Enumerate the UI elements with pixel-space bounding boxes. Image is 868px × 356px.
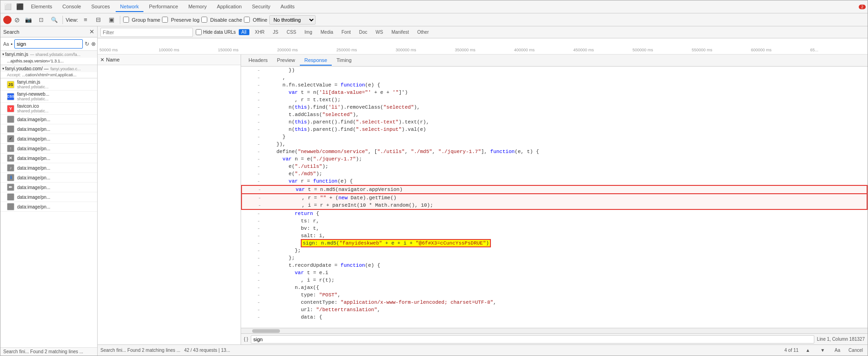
code-line-19: - , i = r + parseInt(10 * Math.random(),… bbox=[241, 202, 868, 210]
tab-console[interactable]: Console bbox=[58, 2, 86, 12]
timeline-label-6: 350000 ms bbox=[453, 48, 512, 52]
file-item-7[interactable]: ✕ data:image/pn... bbox=[0, 153, 97, 163]
code-line-2: - , bbox=[241, 74, 868, 81]
tab-audits[interactable]: Audits bbox=[276, 2, 299, 12]
clear-search-btn[interactable]: ⊗ bbox=[91, 41, 96, 47]
record-button[interactable] bbox=[3, 16, 12, 24]
bottom-search-input[interactable] bbox=[251, 335, 814, 344]
h-scrollbar[interactable] bbox=[241, 328, 868, 333]
aa-match-btn[interactable]: Aa bbox=[832, 345, 843, 356]
device-toolbar-icon[interactable]: ⬜ bbox=[2, 1, 13, 12]
hide-data-urls-checkbox[interactable] bbox=[196, 29, 202, 35]
file-icon-data-12 bbox=[7, 203, 14, 210]
filter-doc-btn[interactable]: Doc bbox=[356, 29, 370, 35]
file-item-9[interactable]: ℹ data:image/pn... bbox=[0, 173, 97, 183]
file-item-12[interactable]: data:image/pn... bbox=[0, 202, 97, 212]
filter-other-btn[interactable]: Other bbox=[415, 29, 432, 35]
refresh-search-btn[interactable]: ↻ bbox=[85, 41, 89, 47]
file-item-5[interactable]: ✓ data:image/pn... bbox=[0, 134, 97, 144]
disable-cache-label[interactable]: Disable cache bbox=[201, 17, 242, 23]
name-close-btn[interactable]: × bbox=[100, 56, 104, 63]
file-item-8[interactable]: ♪ data:image/pn... bbox=[0, 163, 97, 173]
camera-button[interactable]: 📷 bbox=[23, 14, 34, 25]
tab-application[interactable]: Application bbox=[212, 2, 247, 12]
file-item-11[interactable]: data:image/pn... bbox=[0, 192, 97, 202]
file-item-4[interactable]: data:image/pn... bbox=[0, 124, 97, 134]
code-line-27: - t.recordUpdate = function(e) { bbox=[241, 262, 868, 269]
tab-performance[interactable]: Performance bbox=[144, 2, 183, 12]
file-item-1[interactable]: CSS fanyi-newweb... shared.ydstatic... bbox=[0, 91, 97, 103]
code-view[interactable]: - }) - , - n.fn.selectValue bbox=[241, 67, 868, 328]
tab-network[interactable]: Network bbox=[116, 2, 143, 12]
tab-elements[interactable]: Elements bbox=[26, 2, 57, 12]
network-group-2: ▾ fanyi.youdao.com/ — fanyi.youdao.c... … bbox=[0, 65, 97, 79]
tab-memory[interactable]: Memory bbox=[184, 2, 211, 12]
file-item-0[interactable]: JS fanyi.min.js shared.ydstatic... bbox=[0, 79, 97, 91]
filter-all-btn[interactable]: All bbox=[239, 29, 249, 35]
network-group-header-2[interactable]: ▾ fanyi.youdao.com/ — fanyi.youdao.c... bbox=[0, 65, 97, 72]
search-header: Search ✕ bbox=[0, 26, 97, 37]
filter-ws-btn[interactable]: WS bbox=[373, 29, 386, 35]
group-name-1: fanyi.min.js bbox=[5, 52, 28, 57]
code-line-11: - }), bbox=[241, 141, 868, 148]
screenshot-view-btn[interactable]: ▣ bbox=[106, 14, 117, 25]
code-line-23: - salt: i, bbox=[241, 232, 868, 239]
filter-font-btn[interactable]: Font bbox=[339, 29, 353, 35]
prev-match-btn[interactable]: ▲ bbox=[802, 345, 813, 356]
file-item-3[interactable]: data:image/pn... bbox=[0, 115, 97, 124]
tab-preview[interactable]: Preview bbox=[273, 55, 300, 66]
filter-button[interactable]: ⊡ bbox=[36, 14, 47, 25]
search-input[interactable] bbox=[14, 39, 83, 49]
file-name-1: fanyi-newweb... bbox=[17, 92, 49, 97]
list-view-btn[interactable]: ≡ bbox=[80, 14, 91, 25]
preserve-log-label[interactable]: Preserve log bbox=[162, 17, 199, 23]
hide-data-urls-label[interactable]: Hide data URLs bbox=[196, 29, 236, 35]
tab-sources[interactable]: Sources bbox=[87, 2, 114, 12]
network-toolbar: ⊘ 📷 ⊡ 🔍 View: ≡ ⊟ ▣ Group frame Preserve… bbox=[0, 13, 868, 26]
group-frame-checkbox[interactable] bbox=[123, 17, 129, 23]
tree-view-btn[interactable]: ⊟ bbox=[93, 14, 104, 25]
filter-input[interactable] bbox=[100, 28, 193, 37]
throttling-select[interactable]: No throttling bbox=[269, 15, 316, 25]
network-item-1[interactable]: ...ajsthis.seajs.version='1.3.1... bbox=[0, 58, 97, 65]
offline-checkbox[interactable] bbox=[244, 17, 250, 23]
filter-css-btn[interactable]: CSS bbox=[284, 29, 299, 35]
filter-xhr-btn[interactable]: XHR bbox=[252, 29, 267, 35]
dock-icon[interactable]: ⬛ bbox=[14, 1, 25, 12]
file-icon-favicon: Y bbox=[7, 105, 14, 112]
file-domain-2: shared.ydstatic... bbox=[17, 109, 49, 113]
network-group-1: ▾ fanyi.min.js — shared.ydstatic.com/fa.… bbox=[0, 51, 97, 65]
preserve-log-checkbox[interactable] bbox=[162, 17, 168, 23]
code-line-28: - var t = e.i bbox=[241, 269, 868, 276]
file-list: JS fanyi.min.js shared.ydstatic... CSS f… bbox=[0, 79, 97, 347]
tab-security[interactable]: Security bbox=[247, 2, 275, 12]
tab-response[interactable]: Response bbox=[300, 55, 332, 66]
code-panel: Headers Preview Response Timing - }) bbox=[241, 55, 868, 344]
code-line-4: - var t = n('li[data-value="' + e + '"]'… bbox=[241, 89, 868, 96]
file-item-6[interactable]: ↑ data:image/pn... bbox=[0, 144, 97, 153]
group-frame-label[interactable]: Group frame bbox=[123, 17, 161, 23]
code-line-15: - e("./md5"); bbox=[241, 170, 868, 178]
filter-js-btn[interactable]: JS bbox=[270, 29, 281, 35]
network-group-header-1[interactable]: ▾ fanyi.min.js — shared.ydstatic.com/fa.… bbox=[0, 51, 97, 58]
code-line-32: - contentType: "application/x-www-form-u… bbox=[241, 299, 868, 306]
disable-cache-checkbox[interactable] bbox=[201, 17, 207, 23]
search-button[interactable]: 🔍 bbox=[49, 14, 60, 25]
h-scrollbar-thumb[interactable] bbox=[252, 329, 280, 333]
filter-manifest-btn[interactable]: Manifest bbox=[389, 29, 412, 35]
code-line-31: - type: "POST", bbox=[241, 291, 868, 299]
clear-button[interactable]: ⊘ bbox=[13, 16, 21, 24]
timeline-labels: 50000 ms 100000 ms 150000 ms 200000 ms 2… bbox=[98, 48, 868, 54]
offline-label[interactable]: Offline bbox=[244, 17, 267, 23]
file-item-2[interactable]: Y favicon.ico shared.ydstatic... bbox=[0, 103, 97, 115]
cancel-btn[interactable]: Cancel bbox=[847, 347, 865, 354]
tab-timing[interactable]: Timing bbox=[332, 55, 356, 66]
search-close-btn[interactable]: ✕ bbox=[89, 28, 94, 35]
file-item-10[interactable]: ✏ data:image/pn... bbox=[0, 183, 97, 192]
tab-headers[interactable]: Headers bbox=[244, 55, 273, 66]
file-icon-js: JS bbox=[7, 81, 14, 88]
next-match-btn[interactable]: ▼ bbox=[817, 345, 828, 356]
search-status: Search fini... Found 2 matching lines ..… bbox=[0, 347, 97, 356]
filter-img-btn[interactable]: Img bbox=[302, 29, 315, 35]
filter-media-btn[interactable]: Media bbox=[318, 29, 336, 35]
